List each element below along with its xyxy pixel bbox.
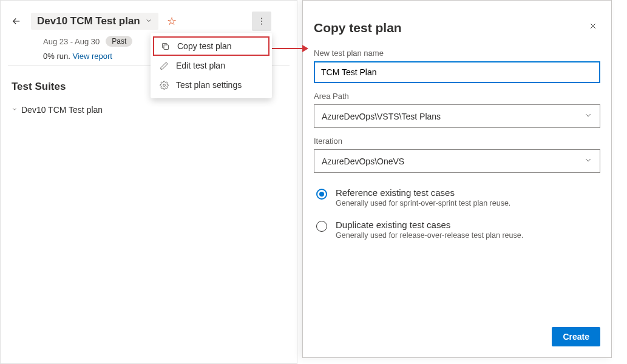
gear-icon (159, 80, 169, 90)
area-path-label: Area Path (314, 92, 600, 101)
menu-label: Copy test plan (177, 41, 232, 51)
menu-label: Edit test plan (176, 61, 225, 70)
plan-title[interactable]: Dev10 TCM Test plan (31, 13, 158, 30)
iteration-select[interactable]: AzureDevOps\OneVS (314, 149, 600, 173)
menu-label: Test plan settings (176, 80, 242, 90)
chevron-down-icon (12, 106, 18, 114)
run-percent: 0% run. (43, 52, 70, 61)
svg-point-1 (261, 21, 262, 22)
context-menu: Copy test plan Edit test plan Test plan … (151, 33, 272, 98)
date-range: Aug 23 - Aug 30 (43, 37, 100, 46)
view-report-link[interactable]: View report (72, 52, 112, 61)
svg-point-0 (261, 18, 262, 19)
option-duplicate[interactable]: Duplicate existing test cases Generally … (314, 220, 600, 240)
plan-name-input[interactable] (314, 61, 600, 83)
radio-description: Generally used for sprint-over-sprint te… (336, 199, 510, 207)
area-path-value: AzureDevOps\VSTS\Test Plans (322, 112, 441, 121)
edit-icon (159, 61, 169, 70)
radio-reference[interactable] (316, 189, 327, 200)
copy-icon (160, 41, 170, 51)
plan-header: Dev10 TCM Test plan ☆ (8, 10, 290, 32)
menu-edit-test-plan[interactable]: Edit test plan (151, 56, 272, 75)
suite-tree-item[interactable]: Dev10 TCM Test plan (8, 99, 290, 121)
copy-test-plan-panel: Copy test plan New test plan name Area P… (302, 0, 612, 358)
iteration-label: Iteration (314, 136, 600, 146)
radio-label: Duplicate existing test cases (336, 220, 523, 230)
more-actions-button[interactable] (252, 12, 271, 31)
radio-duplicate[interactable] (316, 221, 327, 232)
svg-point-4 (163, 84, 165, 86)
chevron-down-icon (584, 111, 592, 121)
chevron-down-icon (584, 156, 592, 166)
svg-marker-6 (302, 45, 308, 52)
panel-header: Copy test plan (314, 19, 600, 36)
close-button[interactable] (586, 19, 600, 36)
panel-title: Copy test plan (314, 21, 402, 35)
back-button[interactable] (8, 13, 25, 30)
plan-title-text: Dev10 TCM Test plan (37, 15, 140, 27)
iteration-value: AzureDevOps\OneVS (322, 157, 404, 166)
menu-test-plan-settings[interactable]: Test plan settings (151, 75, 272, 95)
svg-point-2 (261, 24, 262, 25)
chevron-down-icon (145, 15, 152, 27)
menu-copy-test-plan[interactable]: Copy test plan (153, 36, 269, 56)
radio-label: Reference existing test cases (336, 187, 510, 198)
suite-name: Dev10 TCM Test plan (21, 105, 103, 115)
favorite-star-icon[interactable]: ☆ (167, 15, 177, 28)
area-path-select[interactable]: AzureDevOps\VSTS\Test Plans (314, 104, 600, 128)
option-reference[interactable]: Reference existing test cases Generally … (314, 187, 600, 207)
name-label: New test plan name (314, 49, 600, 58)
svg-rect-3 (164, 45, 169, 50)
past-badge: Past (106, 36, 132, 47)
panel-footer: Create (314, 320, 600, 346)
create-button[interactable]: Create (552, 327, 600, 346)
radio-description: Generally used for release-over-release … (336, 231, 523, 240)
